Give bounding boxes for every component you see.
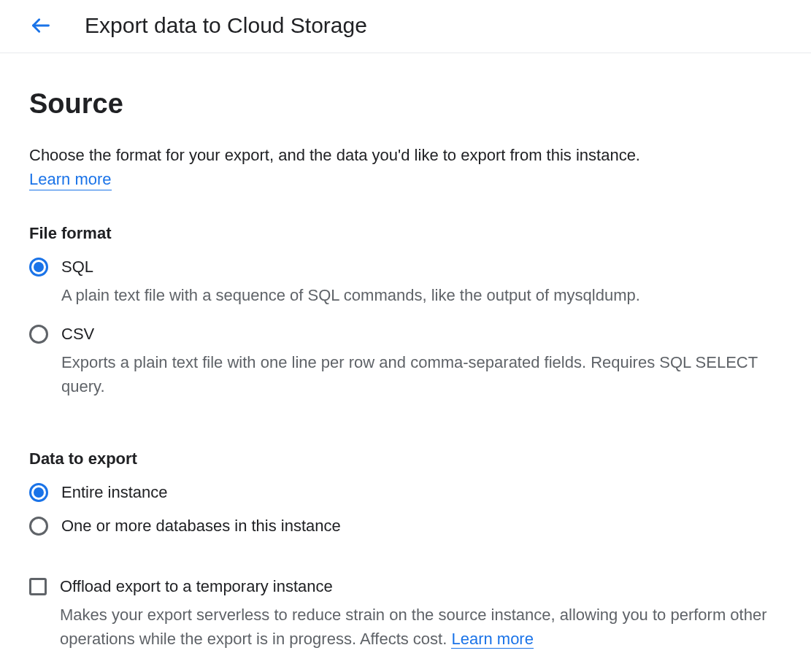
radio-content: Entire instance: [61, 482, 782, 504]
radio-option-databases[interactable]: One or more databases in this instance: [29, 515, 782, 538]
radio-indicator: [29, 483, 48, 502]
data-to-export-heading: Data to export: [29, 449, 782, 468]
radio-description: A plain text file with a sequence of SQL…: [61, 283, 782, 307]
content-area: Source Choose the format for your export…: [0, 53, 811, 672]
radio-label: One or more databases in this instance: [61, 515, 782, 538]
file-format-heading: File format: [29, 224, 782, 243]
file-format-group: SQL A plain text file with a sequence of…: [29, 256, 782, 414]
radio-indicator: [29, 258, 48, 277]
page-header: Export data to Cloud Storage: [0, 0, 811, 53]
radio-label: CSV: [61, 323, 782, 346]
data-to-export-group: Entire instance One or more databases in…: [29, 482, 782, 550]
arrow-left-icon: [31, 15, 51, 36]
checkbox-content: Offload export to a temporary instance M…: [60, 576, 782, 651]
learn-more-link[interactable]: Learn more: [29, 170, 112, 190]
checkbox-indicator: [29, 578, 47, 595]
radio-content: CSV Exports a plain text file with one l…: [61, 323, 782, 398]
radio-label: SQL: [61, 256, 782, 279]
source-heading: Source: [29, 88, 782, 120]
radio-content: One or more databases in this instance: [61, 515, 782, 538]
source-description: Choose the format for your export, and t…: [29, 143, 782, 167]
radio-description: Exports a plain text file with one line …: [61, 350, 782, 398]
radio-label: Entire instance: [61, 482, 782, 504]
radio-indicator: [29, 517, 48, 536]
radio-option-sql[interactable]: SQL A plain text file with a sequence of…: [29, 256, 782, 307]
radio-content: SQL A plain text file with a sequence of…: [61, 256, 782, 307]
page-title: Export data to Cloud Storage: [85, 13, 367, 38]
offload-checkbox[interactable]: Offload export to a temporary instance M…: [29, 576, 782, 651]
offload-learn-more-link[interactable]: Learn more: [451, 630, 534, 649]
radio-option-csv[interactable]: CSV Exports a plain text file with one l…: [29, 323, 782, 398]
back-button[interactable]: [29, 14, 53, 37]
checkbox-label: Offload export to a temporary instance: [60, 576, 782, 598]
checkbox-description: Makes your export serverless to reduce s…: [60, 603, 782, 651]
radio-option-entire-instance[interactable]: Entire instance: [29, 482, 782, 504]
radio-indicator: [29, 325, 48, 344]
